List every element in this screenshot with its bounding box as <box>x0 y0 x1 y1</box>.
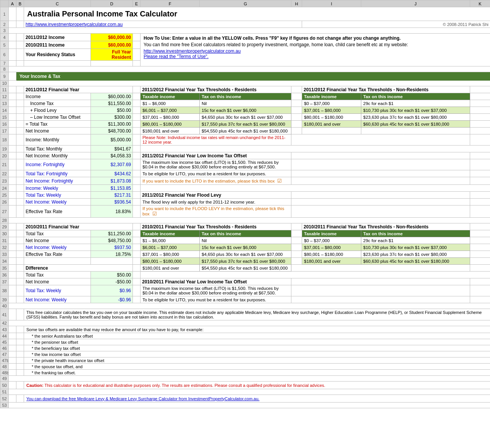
thr-nonres-r3-c2: $23,630 plus 37c for each $1 over $80,00… <box>361 114 470 121</box>
total-tax-monthly-value: $941.67 <box>91 146 133 152</box>
total-tax-monthly-label: Total Tax: Monthly <box>24 146 91 152</box>
offset-5: * the private health insurance tax offse… <box>24 357 490 364</box>
total-tax-2011-value: $11,250.00 <box>91 230 133 237</box>
effective-tax-rate-2012-value: 18.83% <box>91 205 133 218</box>
col-f-header: F <box>141 0 200 7</box>
thr-res-r5-c1: $180,001 and over <box>141 128 200 134</box>
income-weekly-value: $1,153.85 <box>91 185 133 192</box>
income-tax-label: Income Tax <box>24 100 91 107</box>
total-tax-2012-value: $11,300.00 <box>91 121 133 128</box>
thr-res-r1-c1: $1 – $6,000 <box>141 100 200 107</box>
net-income-fortnightly-value: $1,873.08 <box>91 177 133 185</box>
flood-checkbox[interactable]: ☑ <box>152 211 157 217</box>
net-income-weekly-2011-value: $937.50 <box>91 244 133 251</box>
col-d-header: D <box>91 0 133 7</box>
total-tax-2011-label: Total Tax <box>24 230 91 237</box>
row1-a <box>9 7 16 21</box>
total-tax-weekly-value: $217.31 <box>91 192 133 199</box>
download-link[interactable]: You can download the free Medicare Levy … <box>26 396 259 401</box>
income-label: Income <box>24 93 91 100</box>
lito-label: – Low Income Tax Offset <box>24 114 91 121</box>
col-j-header: J <box>361 0 470 7</box>
thr-nonres-r4-c1: $180,001 and over <box>302 121 361 128</box>
diff-total-tax-weekly-label: Total Tax: Weekly <box>24 285 91 296</box>
offset-4: * the low income tax offset <box>24 351 490 357</box>
thr-res-col2-header: Tax on this income <box>200 93 291 100</box>
lito-2011-text2: To be eligible for LITO, you must be a r… <box>141 296 291 303</box>
income-tax-value: $11,550.00 <box>91 100 133 107</box>
lito-2012-header: 2011/2012 Financial Year Low Income Tax … <box>141 152 291 159</box>
lito-2012-text2: To be eligible for LITO, you must be a r… <box>141 170 291 177</box>
lito-2012-text1: The maximum low income tax offset (LITO)… <box>141 159 291 170</box>
net-income-fortnightly-label: Net Income: Fortnightly <box>24 177 91 185</box>
net-income-2012-value: $48,700.00 <box>91 128 133 134</box>
income-2011-value[interactable]: $60,000.00 <box>91 41 133 49</box>
offset-3: * the beneficiary tax offset <box>24 345 490 351</box>
thr-2011-nonres-col2-header: Tax on this income <box>361 230 470 237</box>
row1-b <box>16 7 24 21</box>
col-e-header: E <box>133 0 141 7</box>
caution-label: Caution: <box>26 383 44 388</box>
disclaimer1: This free calculator calculates the tax … <box>24 309 490 320</box>
thr-nonres-col1-header: Taxable income <box>302 93 361 100</box>
thr-res-r5-c2: $54,550 plus 45c for each $1 over $180,0… <box>200 128 291 134</box>
flood-2012-text1: The flood levy will only apply for the 2… <box>141 199 291 205</box>
diff-total-tax-weekly-value: $0.96 <box>91 285 133 296</box>
threshold-notice: Please Note: Individual income tax rates… <box>141 134 291 146</box>
thr-nonres-col2-header: Tax on this income <box>361 93 470 100</box>
download-link-cell[interactable]: You can download the free Medicare Levy … <box>24 395 490 403</box>
col-k-header: K <box>470 0 490 7</box>
row-1-num: 1 <box>0 7 9 21</box>
lito-checkbox-row[interactable]: If you want to include the LITO in the e… <box>141 177 291 185</box>
lito-2011-text1: The maximum low income tax offset (LITO)… <box>141 285 291 296</box>
thr-res-r3-c1: $37,001 – $80,000 <box>141 114 200 121</box>
thr-2011-res-col1-header: Taxable income <box>141 230 200 237</box>
net-income-weekly-2012-label: Net Income: Weekly <box>24 199 91 205</box>
thr-2011-res-col2-header: Tax on this income <box>200 230 291 237</box>
fy2012-header: 2011/2012 Financial Year <box>24 86 133 93</box>
residency-value[interactable]: Full Year Resident <box>91 49 133 61</box>
diff-net-income-value: -$50.00 <box>91 278 133 285</box>
income-2012-value[interactable]: $60,000.00 <box>91 34 133 41</box>
col-c-header: C <box>24 0 91 7</box>
income-weekly-label: Income: Weekly <box>24 185 91 192</box>
thr-res-col1-header: Taxable income <box>141 93 200 100</box>
how-to-use-box: How To Use: Enter a value in all the YEL… <box>141 34 490 66</box>
row-2-num: 2 <box>0 21 9 28</box>
diff-net-income-weekly-label: Net Income: Weekly <box>24 296 91 303</box>
thr-nonres-r2-c2: $10,730 plus 30c for each $1 over $37,00… <box>361 107 470 114</box>
flood-checkbox-row[interactable]: If you want to include the FLOOD LEVY in… <box>141 205 291 218</box>
residency-label: Your Residency Status <box>24 49 91 61</box>
effective-tax-rate-2012-label: Effective Tax Rate <box>24 205 91 218</box>
thr-res-r3-c2: $4,650 plus 30c for each $1 over $37,000 <box>200 114 291 121</box>
net-income-weekly-2011-label: Net Income: Weekly <box>24 244 91 251</box>
income-value: $60,000.00 <box>91 93 133 100</box>
total-tax-weekly-label: Total Tax: Weekly <box>24 192 91 199</box>
thr-res-r1-c2: Nil <box>200 100 291 107</box>
total-tax-fortnightly-value: $434.62 <box>91 170 133 177</box>
corner-header <box>0 0 9 7</box>
income-fortnightly-value: $2,307.69 <box>91 159 133 170</box>
col-g-header: G <box>200 0 291 7</box>
offset-2: * the pensioner tax offset <box>24 339 490 345</box>
income-fortnightly-label: Income: Fortnightly <box>24 159 91 170</box>
net-income-monthly-label: Net Income: Monthly <box>24 152 91 159</box>
thr-res-r2-c2: 15c for each $1 over $6,000 <box>200 107 291 114</box>
thresholds-2011-res-header: 2010/2011 Financial Year Tax Thresholds … <box>141 223 291 230</box>
total-tax-fortnightly-label: Total Tax: Fortnightly <box>24 170 91 177</box>
caution-row: Caution: This calculator is for educatio… <box>24 382 490 389</box>
difference-header: Difference <box>24 265 133 272</box>
lito-checkbox[interactable]: ☑ <box>277 178 282 184</box>
diff-total-tax-label: Total Tax <box>24 272 91 278</box>
thr-2011-nonres-col1-header: Taxable income <box>302 230 361 237</box>
website-link[interactable]: http://www.investmentpropertycalculator.… <box>24 21 302 28</box>
effective-tax-rate-2011-label: Effective Tax Rate <box>24 251 91 258</box>
income-monthly-value: $5,000.00 <box>91 134 133 146</box>
fy2011-header: 2010/2011 Financial Year <box>24 223 133 230</box>
offset-7: * the franking tax offset. <box>24 370 490 376</box>
page-title: Australia Personal Income Tax Calculator <box>24 7 490 21</box>
income-2012-label: 2011/2012 Income <box>24 34 91 41</box>
net-income-2011-label: Net Income <box>24 237 91 244</box>
net-income-monthly-value: $4,058.33 <box>91 152 133 159</box>
col-i-header: I <box>302 0 361 7</box>
